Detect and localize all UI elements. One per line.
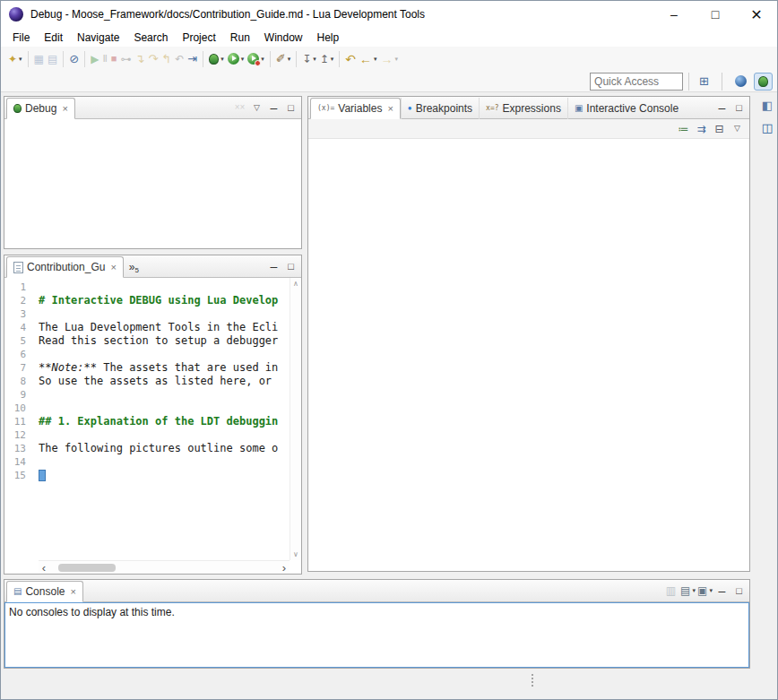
scroll-right-icon[interactable]: › xyxy=(279,562,290,574)
tab-breakpoints[interactable]: ●Breakpoints xyxy=(401,98,479,119)
menu-project[interactable]: Project xyxy=(175,30,222,46)
editor-line-3[interactable]: 3 xyxy=(4,307,290,321)
dropdown-arrow-icon[interactable]: ▾ xyxy=(261,56,264,63)
editor-line-15[interactable]: 15 xyxy=(4,469,290,482)
dropdown-arrow-icon[interactable]: ▾ xyxy=(374,56,377,63)
tab-debug[interactable]: Debug × xyxy=(6,98,75,119)
dropdown-arrow-icon[interactable]: ▾ xyxy=(331,56,334,63)
external-tools-button[interactable]: ✐▾ xyxy=(274,49,292,69)
maximize-variables-view-button[interactable]: □ xyxy=(731,99,747,116)
maximize-editor-button[interactable]: □ xyxy=(283,258,298,274)
dropdown-arrow-icon[interactable]: ▾ xyxy=(395,56,399,63)
maximize-window-button[interactable]: □ xyxy=(695,1,736,28)
minimize-window-button[interactable]: – xyxy=(653,1,695,28)
variables-view-header: (x)=Variables×●Breakpointsx=?Expressions… xyxy=(308,97,749,119)
show-logical-structures-button[interactable]: ⇉ xyxy=(694,121,709,137)
run-button[interactable]: ▾ xyxy=(226,49,246,69)
minimize-debug-view-button[interactable]: – xyxy=(266,99,281,116)
skip-all-breakpoints-button[interactable]: ⊘ xyxy=(67,49,81,69)
editor-line-13[interactable]: 13The following pictures outline some o xyxy=(4,442,290,455)
close-tab-icon[interactable]: × xyxy=(62,104,67,114)
last-edit-location-button[interactable]: ↶ xyxy=(343,49,358,69)
scrollbar-thumb[interactable] xyxy=(58,564,116,572)
open-perspective-button[interactable]: ⊞ xyxy=(695,71,713,91)
new-wizard-button[interactable]: ✦▾ xyxy=(6,49,24,69)
editor-line-10[interactable]: 10 xyxy=(4,402,290,415)
tab-interactive-console[interactable]: ▣Interactive Console xyxy=(567,98,685,119)
console-content[interactable]: No consoles to display at this time. xyxy=(4,602,749,668)
menu-run[interactable]: Run xyxy=(223,30,257,46)
tab-contribution-guide[interactable]: Contribution_Gu × xyxy=(6,256,124,278)
debug-button[interactable]: ▾ xyxy=(207,49,226,69)
menu-navigate[interactable]: Navigate xyxy=(70,30,126,46)
next-annotation-button[interactable]: ↧▾ xyxy=(300,49,318,69)
menu-help[interactable]: Help xyxy=(310,30,347,46)
minimize-editor-button[interactable]: – xyxy=(266,258,281,274)
menu-search[interactable]: Search xyxy=(126,30,175,46)
scroll-left-icon[interactable]: ‹ xyxy=(39,562,49,574)
previous-annotation-button[interactable]: ↥▾ xyxy=(318,49,336,69)
editor-line-1[interactable]: 1 xyxy=(4,281,290,294)
dropdown-arrow-icon[interactable]: ▾ xyxy=(241,56,245,63)
editor-line-11[interactable]: 11## 1. Explanation of the LDT debuggin xyxy=(4,415,290,428)
editor-line-7[interactable]: 7**Note:** The assets that are used in xyxy=(4,361,290,375)
minimized-view-stack-button[interactable]: ◧ xyxy=(760,97,775,113)
sash-handle[interactable] xyxy=(532,674,533,687)
dropdown-arrow-icon[interactable]: ▾ xyxy=(692,587,696,594)
editor-line-6[interactable]: 6 xyxy=(4,348,290,361)
minimize-console-button[interactable]: – xyxy=(714,583,730,599)
dropdown-arrow-icon[interactable]: ▾ xyxy=(220,56,224,63)
editor-line-8[interactable]: 8So use the assets as listed here, or xyxy=(4,375,290,388)
scroll-up-icon[interactable]: ∧ xyxy=(293,278,298,290)
minimize-variables-view-button[interactable]: – xyxy=(714,99,730,116)
tab-variables[interactable]: (x)=Variables× xyxy=(310,98,401,119)
dropdown-arrow-icon[interactable]: ▾ xyxy=(709,587,713,594)
menu-edit[interactable]: Edit xyxy=(37,30,70,46)
scroll-down-icon[interactable]: ∨ xyxy=(293,549,298,560)
line-number: 4 xyxy=(4,321,31,334)
save-all-button-glyph: ▤ xyxy=(48,54,57,65)
editor-line-4[interactable]: 4The Lua Development Tools in the Ecli xyxy=(4,321,290,334)
scrollbar-track[interactable] xyxy=(49,564,279,572)
close-tab-icon[interactable]: × xyxy=(110,263,116,272)
variables-view-content[interactable] xyxy=(308,139,749,571)
use-step-filters-button[interactable]: ⇥ xyxy=(186,49,199,69)
lua-perspective-button[interactable] xyxy=(730,72,751,91)
tab-expressions[interactable]: x=?Expressions xyxy=(479,98,567,119)
debug-view-content[interactable] xyxy=(4,119,301,248)
tab-console[interactable]: ▤ Console × xyxy=(6,581,83,602)
debug-perspective-button[interactable] xyxy=(754,73,773,91)
editor-line-5[interactable]: 5Read this section to setup a debugger xyxy=(4,334,290,348)
restore-view-button[interactable]: ◫ xyxy=(760,119,775,135)
close-tab-icon[interactable]: × xyxy=(387,104,393,114)
close-window-button[interactable]: ✕ xyxy=(736,1,777,28)
display-selected-console-button[interactable]: ▤▾ xyxy=(680,583,696,599)
close-tab-icon[interactable]: × xyxy=(70,587,75,597)
dropdown-arrow-icon[interactable]: ▾ xyxy=(313,56,316,63)
editor-content[interactable]: 12# Interactive DEBUG using Lua Develop3… xyxy=(4,278,301,560)
tab-label: Contribution_Gu xyxy=(27,261,105,273)
editor-vertical-scrollbar[interactable]: ∧ ∨ xyxy=(290,278,301,560)
editor-horizontal-scrollbar[interactable]: ‹ › xyxy=(39,560,290,574)
dropdown-arrow-icon[interactable]: ▾ xyxy=(288,56,291,63)
maximize-debug-view-button[interactable]: □ xyxy=(283,99,298,116)
menu-file[interactable]: File xyxy=(5,30,37,46)
remove-all-terminated-button-glyph: ×× xyxy=(235,103,246,112)
editor-line-14[interactable]: 14 xyxy=(4,455,290,469)
back-button[interactable]: ←▾ xyxy=(358,49,379,69)
editor-code-area[interactable]: 12# Interactive DEBUG using Lua Develop3… xyxy=(4,278,290,560)
editor-line-2[interactable]: 2# Interactive DEBUG using Lua Develop xyxy=(4,294,290,307)
variables-view-menu-button[interactable]: ▽ xyxy=(730,121,745,137)
show-type-names-button[interactable]: ≔ xyxy=(676,121,691,137)
quick-access-input[interactable] xyxy=(590,73,683,91)
maximize-console-button[interactable]: □ xyxy=(731,583,747,599)
dropdown-arrow-icon[interactable]: ▾ xyxy=(19,56,22,63)
run-with-coverage-button[interactable]: ▾ xyxy=(246,49,266,69)
editor-tab-overflow[interactable]: » 5 xyxy=(124,256,144,278)
open-console-button[interactable]: ▣▾ xyxy=(697,583,713,599)
collapse-all-button[interactable]: ⊟ xyxy=(712,121,727,137)
menu-window[interactable]: Window xyxy=(257,30,310,46)
debug-view-menu-button[interactable]: ▽ xyxy=(249,99,264,116)
editor-line-12[interactable]: 12 xyxy=(4,428,290,442)
editor-line-9[interactable]: 9 xyxy=(4,388,290,402)
